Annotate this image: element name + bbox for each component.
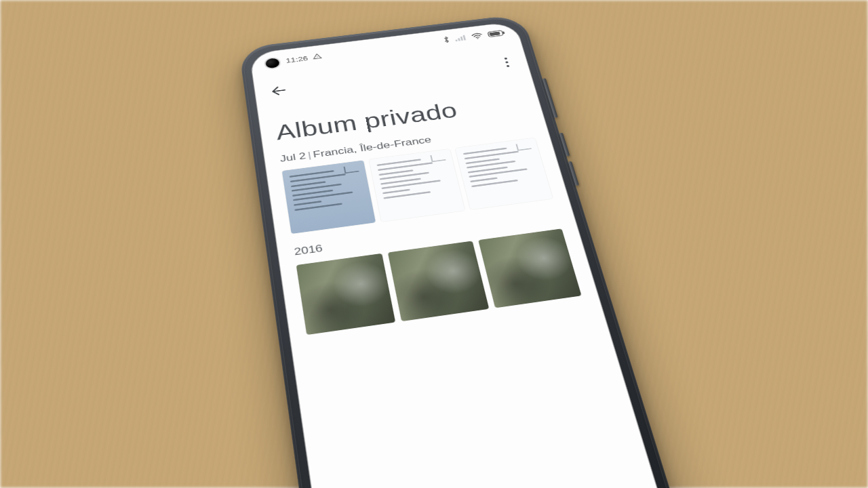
cloud-icon	[311, 52, 323, 61]
signal-icon	[454, 34, 467, 41]
svg-rect-3	[460, 37, 463, 41]
back-button[interactable]	[269, 83, 289, 98]
svg-rect-2	[458, 38, 460, 41]
photo-thumbnail[interactable]	[282, 160, 376, 234]
photo-thumbnail[interactable]	[388, 241, 489, 321]
svg-point-0	[316, 56, 317, 57]
phone-screen: 11:26	[249, 21, 671, 488]
power-button	[542, 78, 558, 118]
bluetooth-icon	[442, 36, 450, 43]
status-time: 11:26	[285, 54, 309, 64]
section-date: 2016	[294, 243, 323, 258]
svg-point-5	[477, 38, 478, 39]
more-options-button[interactable]	[499, 54, 514, 70]
battery-icon	[487, 29, 506, 37]
photo-thumbnail[interactable]	[296, 253, 395, 335]
photo-thumbnail[interactable]	[478, 228, 581, 308]
photo-thumbnail[interactable]	[455, 138, 553, 209]
photo-thumbnail[interactable]	[369, 149, 465, 222]
phone-device: 11:26	[239, 14, 686, 488]
svg-rect-1	[456, 39, 458, 41]
volume-up-button	[559, 132, 570, 156]
svg-rect-8	[489, 31, 500, 36]
section-date: Jul 2	[279, 150, 307, 164]
wifi-icon	[471, 32, 484, 39]
volume-down-button	[568, 161, 579, 186]
svg-rect-4	[462, 35, 466, 41]
